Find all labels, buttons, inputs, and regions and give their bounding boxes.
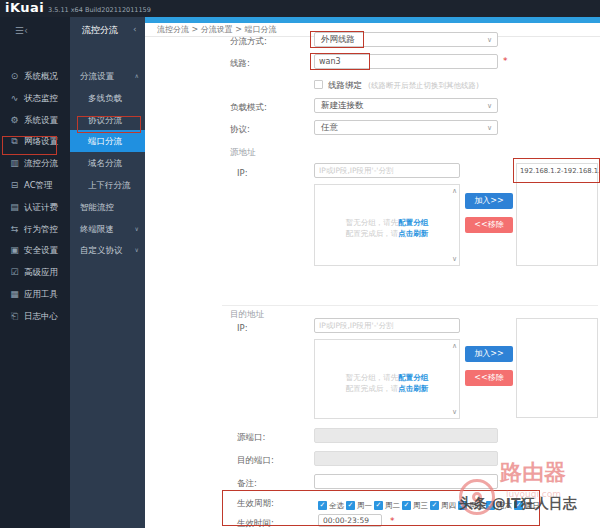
- day-label: 周二: [385, 501, 400, 511]
- sidebar-item-security-settings[interactable]: ▣安全设置: [0, 239, 70, 261]
- sidebar-item-log-center[interactable]: ⎗日志中心: [0, 305, 70, 327]
- bars-icon: ▥: [8, 152, 21, 174]
- submenu-item-smart-qos[interactable]: 智能流控: [70, 196, 145, 218]
- load-mode-select[interactable]: 新建连接数∨: [314, 98, 498, 113]
- submenu-item-label: 智能流控: [80, 196, 114, 218]
- scroll-up-icon[interactable]: ∧: [452, 187, 457, 195]
- day-checkbox-tue[interactable]: ✓周二: [374, 495, 400, 506]
- select-chevron-icon: ∨: [487, 34, 492, 47]
- dest-port-input: [314, 451, 498, 466]
- chevron-up-icon: ∧: [135, 65, 139, 87]
- submenu-item-split-settings[interactable]: 分流设置∧: [70, 65, 145, 87]
- sidebar-item-label: 日志中心: [24, 305, 58, 327]
- day-label: 周一: [357, 501, 372, 511]
- dest-group-listbox[interactable]: ∧ ∨ 暂无分组，请先配置分组 配置完成后，请点击刷新: [314, 339, 460, 419]
- sidebar-item-network-settings[interactable]: ⧉网络设置: [0, 130, 70, 152]
- section-divider: [222, 305, 598, 306]
- protocol-select[interactable]: 任意∨: [314, 120, 498, 135]
- submenu-item-label: 协议分流: [88, 109, 122, 131]
- submenu-item-port-split[interactable]: 端口分流: [70, 130, 145, 152]
- scroll-down-icon[interactable]: ∨: [452, 408, 457, 416]
- submenu-item-multiline-load[interactable]: 多线负载: [70, 87, 145, 109]
- sidebar-item-status-monitor[interactable]: ∿状态监控: [0, 87, 70, 109]
- sidebar-item-advanced-apps[interactable]: ☑高级应用: [0, 261, 70, 283]
- sidebar-item-label: 认证计费: [24, 196, 58, 218]
- dest-ip-input[interactable]: [314, 318, 460, 333]
- submenu-back-chevron-icon[interactable]: ‹: [133, 24, 137, 34]
- chevron-down-icon: ∨: [135, 239, 139, 261]
- sidebar-item-system-settings[interactable]: ⚙系统设置: [0, 109, 70, 131]
- sidebar-item-label: 行为管控: [24, 218, 58, 240]
- click-refresh-link[interactable]: 点击刷新: [398, 229, 428, 238]
- checked-checkbox-icon: ✓: [374, 501, 383, 510]
- top-bar: iKuai 3.5.11 x64 Build202112011159: [0, 0, 600, 17]
- sidebar-item-label: 系统概况: [24, 65, 58, 87]
- submenu-item-label: 分流设置: [80, 65, 114, 87]
- submenu-item-label: 端口分流: [88, 130, 122, 152]
- dest-add-button[interactable]: 加入>>: [465, 346, 513, 362]
- submenu-item-protocol-split[interactable]: 协议分流: [70, 109, 145, 131]
- submenu-title: 流控分流: [82, 24, 118, 37]
- sidebar-item-system-overview[interactable]: ⊙系统概况: [0, 65, 70, 87]
- dest-address-section-label: 目的地址: [230, 309, 264, 321]
- card-icon: ▤: [8, 196, 21, 218]
- source-ip-input[interactable]: [314, 163, 460, 178]
- source-ip-label: IP:: [237, 168, 248, 178]
- dest-ip-label: IP:: [237, 323, 248, 333]
- submenu-item-label: 自定义协议: [80, 239, 123, 261]
- load-mode-label: 负载模式:: [230, 102, 267, 114]
- load-mode-value: 新建连接数: [321, 100, 364, 110]
- empty-group-hint: 暂无分组，请先配置分组 配置完成后，请点击刷新: [315, 372, 459, 394]
- configure-group-link[interactable]: 配置分组: [398, 218, 428, 227]
- method-select[interactable]: 外网线路∨: [314, 32, 498, 47]
- firmware-version: 3.5.11 x64 Build202112011159: [48, 6, 151, 14]
- scroll-down-icon[interactable]: ∨: [452, 255, 457, 263]
- day-checkbox-thu[interactable]: ✓周四: [430, 495, 456, 506]
- content-accent-bar: [145, 17, 600, 23]
- day-label: 周四: [441, 501, 456, 511]
- line-bind-checkbox[interactable]: [314, 80, 323, 89]
- shield-icon: ▣: [8, 239, 21, 261]
- source-selected-listbox[interactable]: 192.168.1.2-192.168.1.20: [516, 163, 598, 266]
- submenu-item-updown-split[interactable]: 上下行分流: [70, 174, 145, 196]
- submenu-item-custom-protocol[interactable]: 自定义协议∨: [70, 239, 145, 261]
- monitor-icon: ⊟: [8, 174, 21, 196]
- sidebar-item-flow-control[interactable]: ▥流控分流: [0, 152, 70, 174]
- scroll-up-icon[interactable]: ∧: [452, 342, 457, 350]
- sidebar-item-behavior-control[interactable]: ⇆行为管控: [0, 218, 70, 240]
- sidebar-item-label: 状态监控: [24, 87, 58, 109]
- dest-remove-button[interactable]: <<移除: [465, 370, 513, 386]
- submenu-item-label: 终端限速: [80, 218, 114, 240]
- checked-checkbox-icon: ✓: [318, 501, 327, 510]
- arrows-icon: ⇆: [8, 218, 21, 240]
- configure-group-link[interactable]: 配置分组: [398, 373, 428, 382]
- method-label: 分流方式:: [230, 36, 267, 48]
- source-add-button[interactable]: 加入>>: [465, 193, 513, 209]
- source-remove-button[interactable]: <<移除: [465, 217, 513, 233]
- page-icon: ⎗: [8, 305, 21, 327]
- day-checkbox-mon[interactable]: ✓周一: [346, 495, 372, 506]
- sidebar-item-auth-billing[interactable]: ▤认证计费: [0, 196, 70, 218]
- submenu-item-label: 多线负载: [88, 87, 122, 109]
- sidebar-item-ac-management[interactable]: ⊟AC管理: [0, 174, 70, 196]
- line-bind-hint: (线路断开后禁止切换到其他线路): [368, 81, 479, 91]
- dest-selected-listbox[interactable]: [516, 318, 598, 418]
- hint-text: 暂无分组，请先: [346, 218, 399, 227]
- submenu-item-domain-split[interactable]: 域名分流: [70, 152, 145, 174]
- day-checkbox-all[interactable]: ✓全选: [318, 495, 344, 506]
- required-asterisk: *: [390, 516, 395, 526]
- source-group-listbox[interactable]: ∧ ∨ 暂无分组，请先配置分组 配置完成后，请点击刷新: [314, 184, 460, 266]
- hint-text: 配置完成后，请: [346, 229, 399, 238]
- sidebar-collapse-button[interactable]: ☰‹: [15, 25, 28, 36]
- wave-icon: ∿: [8, 87, 21, 109]
- line-input[interactable]: [314, 54, 498, 69]
- effective-time-label: 生效时间:: [237, 518, 274, 528]
- ikuai-logo: iKuai: [5, 0, 44, 15]
- sidebar-item-app-tools[interactable]: ▦应用工具: [0, 283, 70, 305]
- breadcrumb: 流控分流 > 分流设置 > 端口分流: [157, 24, 277, 35]
- click-refresh-link[interactable]: 点击刷新: [398, 384, 428, 393]
- checked-checkbox-icon: ✓: [430, 501, 439, 510]
- day-checkbox-wed[interactable]: ✓周三: [402, 495, 428, 506]
- submenu-item-terminal-limit[interactable]: 终端限速∨: [70, 218, 145, 240]
- effective-time-input[interactable]: [318, 514, 382, 527]
